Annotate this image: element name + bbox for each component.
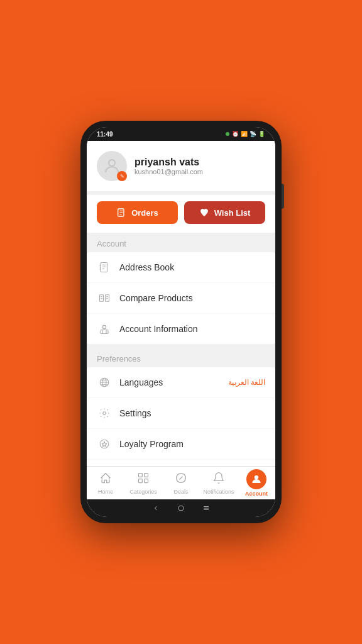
signal-icon: 📡 <box>250 131 256 137</box>
nav-home-label: Home <box>98 489 113 495</box>
svg-marker-29 <box>102 441 107 447</box>
profile-info: priyansh vats kushno01@gmail.com <box>134 157 265 175</box>
languages-item[interactable]: Languages اللغة العربية <box>87 367 275 398</box>
main-content: ✎ priyansh vats kushno01@gmail.com Ord <box>87 141 275 466</box>
orders-button[interactable]: Orders <box>97 201 178 224</box>
profile-section: ✎ priyansh vats kushno01@gmail.com <box>87 141 275 191</box>
account-information-label: Account Information <box>119 324 265 334</box>
android-back[interactable] <box>151 503 161 513</box>
svg-rect-36 <box>139 473 143 477</box>
nav-deals-label: Deals <box>173 489 188 495</box>
nav-categories-label: Categories <box>129 489 157 495</box>
battery-icon: 🔋 <box>258 131 265 137</box>
avatar-wrapper[interactable]: ✎ <box>97 151 127 181</box>
nav-account-label: Account <box>245 491 268 497</box>
side-button <box>282 184 284 209</box>
svg-rect-5 <box>101 263 107 272</box>
orders-label: Orders <box>131 208 158 218</box>
loyalty-program-item[interactable]: Loyalty Program <box>87 429 275 460</box>
account-section-label: Account <box>87 233 275 252</box>
wifi-icon: 📶 <box>241 131 248 137</box>
nav-categories[interactable]: Categories <box>124 467 162 499</box>
svg-point-41 <box>255 475 258 479</box>
phone-frame: 11:49 ⏰ 📶 📡 🔋 <box>80 121 282 523</box>
orders-icon <box>116 208 126 218</box>
nav-account[interactable]: Account <box>238 467 275 499</box>
categories-icon <box>137 472 150 487</box>
svg-rect-19 <box>101 330 108 334</box>
account-menu-section: Address Book Compare Products <box>87 252 275 344</box>
android-recent[interactable] <box>201 503 211 513</box>
svg-rect-42 <box>178 506 184 511</box>
loyalty-program-label: Loyalty Program <box>119 439 265 449</box>
notifications-icon <box>212 472 225 487</box>
wishlist-button[interactable]: Wish List <box>184 201 265 224</box>
svg-rect-12 <box>100 295 104 302</box>
svg-point-0 <box>109 160 115 166</box>
status-dot <box>226 132 229 136</box>
profile-email: kushno01@gmail.com <box>134 168 265 175</box>
compare-products-item[interactable]: Compare Products <box>87 283 275 314</box>
address-book-item[interactable]: Address Book <box>87 252 275 283</box>
globe-icon <box>97 375 112 390</box>
profile-name: priyansh vats <box>134 157 265 168</box>
android-nav-bar <box>87 499 275 517</box>
nav-notifications-label: Notifications <box>203 489 234 495</box>
svg-rect-37 <box>145 473 148 477</box>
settings-label: Settings <box>119 408 265 418</box>
bottom-nav: Home Categories <box>87 466 275 499</box>
avatar-edit-icon[interactable]: ✎ <box>117 171 127 181</box>
preferences-menu-section: Languages اللغة العربية Settings <box>87 367 275 466</box>
compare-products-icon <box>97 291 112 306</box>
account-information-icon <box>97 321 112 336</box>
svg-rect-13 <box>106 295 109 302</box>
languages-value: اللغة العربية <box>228 378 265 387</box>
settings-item[interactable]: Settings <box>87 398 275 429</box>
svg-rect-38 <box>139 479 143 482</box>
status-time: 11:49 <box>97 131 113 138</box>
nav-deals[interactable]: Deals <box>162 467 200 499</box>
svg-point-27 <box>103 412 106 415</box>
wishlist-label: Wish List <box>214 208 251 218</box>
svg-point-18 <box>102 325 106 328</box>
action-buttons: Orders Wish List <box>87 195 275 233</box>
loyalty-program-icon <box>97 436 112 452</box>
status-icons: ⏰ 📶 📡 🔋 <box>232 131 265 137</box>
address-book-label: Address Book <box>119 262 265 272</box>
address-book-icon <box>97 260 112 275</box>
preferences-section-label: Preferences <box>87 348 275 367</box>
wishlist-icon <box>199 208 209 218</box>
android-home[interactable] <box>176 503 186 513</box>
phone-screen: 11:49 ⏰ 📶 📡 🔋 <box>87 127 275 517</box>
settings-icon <box>97 406 112 421</box>
home-icon <box>99 472 112 487</box>
after-sale-item[interactable]: After Sale <box>87 460 275 466</box>
status-bar: 11:49 ⏰ 📶 📡 🔋 <box>87 127 275 141</box>
account-active-dot <box>246 469 266 489</box>
svg-rect-39 <box>145 479 148 482</box>
nav-notifications[interactable]: Notifications <box>200 467 238 499</box>
languages-label: Languages <box>119 377 228 387</box>
account-information-item[interactable]: Account Information <box>87 314 275 344</box>
compare-products-label: Compare Products <box>119 293 265 303</box>
nav-home[interactable]: Home <box>87 467 124 499</box>
deals-icon <box>175 472 187 487</box>
alarm-icon: ⏰ <box>232 131 239 137</box>
